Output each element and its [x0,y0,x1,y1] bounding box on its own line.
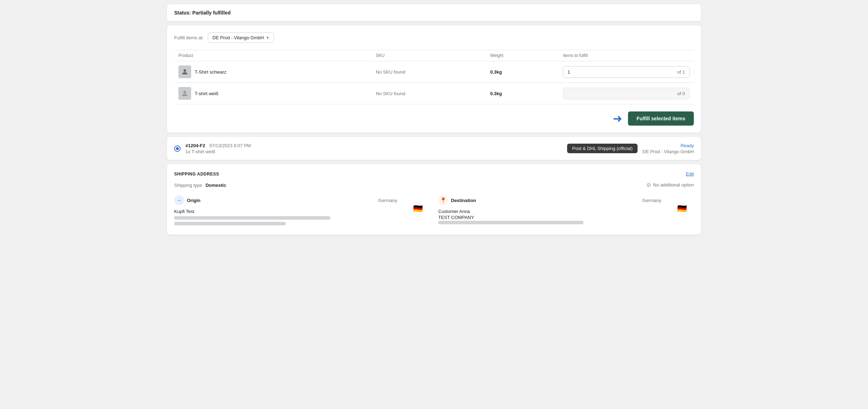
fulfill-at-label: Fulfill items at: [174,35,204,40]
product-name: T-shirt weiß [195,91,218,96]
fulfillment-status: Ready DE Prod - Vilango GmbH [643,143,694,154]
quantity-of-zero: of 0 [673,88,689,99]
fulfillment-date: 07/13/2023 8:07 PM [210,143,251,148]
destination-customer: Customer Anna [438,209,661,214]
quantity-input-disabled [563,88,673,99]
quantity-wrapper-disabled: of 0 [563,88,690,99]
destination-icon: 📍 [438,195,448,205]
fulfill-card: Fulfill items at: DE Prod - Vilango GmbH… [167,25,701,133]
fulfill-at-row: Fulfill items at: DE Prod - Vilango GmbH… [174,33,694,43]
chevron-down-icon: ▼ [266,36,269,40]
radio-button[interactable] [174,145,181,152]
weight-value: 0.3kg [490,91,502,96]
shipping-type-label: Shipping type [174,183,202,188]
destination-col: 📍 Destination Germany Customer Anna TEST… [438,195,661,226]
locations-row: → Origin Germany Kupfi Test 🇩🇪 📍 [174,195,694,227]
origin-name: Kupfi Test [174,209,397,214]
germany-flag-center: 🇩🇪 [411,202,424,215]
blurred-dest-1 [438,221,583,224]
blurred-address-2 [174,222,286,225]
ready-status: Ready [643,143,694,148]
product-cell: T-Shirt schwarz [178,65,367,78]
items-table: Product SKU Weight Items to fulfill T-Sh… [174,50,694,104]
shipping-type-value: Domestic [206,183,227,188]
destination-header: 📍 Destination Germany [438,195,661,205]
fulfillment-location: DE Prod - Vilango GmbH [643,149,694,154]
col-header-product: Product [174,50,372,61]
arrow-right-icon: ➜ [613,112,622,125]
blurred-address-1 [174,216,330,220]
product-cell: T-shirt weiß [178,87,367,100]
fulfillment-id-row: #1204-F2 07/13/2023 8:07 PM [185,143,562,148]
quantity-of: of 1 [673,67,689,77]
table-row: T-Shirt schwarz No SKU found 0.3kg of 1 [174,61,694,83]
destination-title: Destination [451,198,476,203]
quantity-input[interactable] [563,67,673,77]
ban-icon: ⊘ [646,182,651,188]
shipping-type-row: Shipping type Domestic ⊘ No additional o… [174,182,694,188]
col-header-weight: Weight [486,50,559,61]
fulfillment-item: 1x T-shirt weiß [185,149,562,154]
sku-value: No SKU found [376,91,405,96]
col-header-sku: SKU [372,50,486,61]
svg-point-1 [183,91,186,93]
weight-value: 0.3kg [490,69,502,75]
location-select[interactable]: DE Prod - Vilango GmbH ▼ [208,33,274,43]
no-additional-option: ⊘ No additional option [646,182,694,188]
quantity-wrapper: of 1 [563,66,690,78]
status-text: Status: Partially fulfilled [174,10,230,16]
shipping-header: SHIPPING ADDRESS Edit [174,171,694,177]
no-additional-label: No additional option [653,182,694,188]
sku-value: No SKU found [376,69,405,75]
destination-country: Germany [643,198,661,203]
flag-separator: 🇩🇪 [406,195,430,215]
origin-header: → Origin Germany [174,195,397,205]
fulfillment-id: #1204-F2 [185,143,205,148]
radio-inner [176,147,179,150]
edit-link[interactable]: Edit [686,171,694,177]
shipping-pill: Post & DHL Shipping (official) [567,144,638,153]
location-value: DE Prod - Vilango GmbH [212,35,264,40]
origin-title: Origin [187,198,200,203]
shipping-type-left: Shipping type Domestic [174,182,226,188]
origin-icon: → [174,195,184,205]
fulfillment-record: #1204-F2 07/13/2023 8:07 PM 1x T-shirt w… [167,137,701,160]
shipping-card: SHIPPING ADDRESS Edit Shipping type Dome… [167,164,701,235]
product-name: T-Shirt schwarz [195,69,227,75]
col-header-fulfill: Items to fulfill [559,50,694,61]
fulfillment-info: #1204-F2 07/13/2023 8:07 PM 1x T-shirt w… [185,143,562,154]
shipping-address-title: SHIPPING ADDRESS [174,172,219,177]
germany-flag-right: 🇩🇪 [675,202,688,215]
product-thumbnail [178,65,191,78]
status-card: Status: Partially fulfilled [167,4,701,21]
flag-separator-right: 🇩🇪 [670,195,694,215]
fulfill-selected-button[interactable]: Fulfill selected items [628,111,694,126]
table-row: T-shirt weiß No SKU found 0.3kg of 0 [174,83,694,104]
destination-company: TEST COMPANY [438,215,661,220]
origin-country: Germany [378,198,397,203]
fulfill-btn-row: ➜ Fulfill selected items [174,110,694,126]
svg-point-0 [183,69,186,72]
product-thumbnail [178,87,191,100]
origin-col: → Origin Germany Kupfi Test [174,195,397,227]
